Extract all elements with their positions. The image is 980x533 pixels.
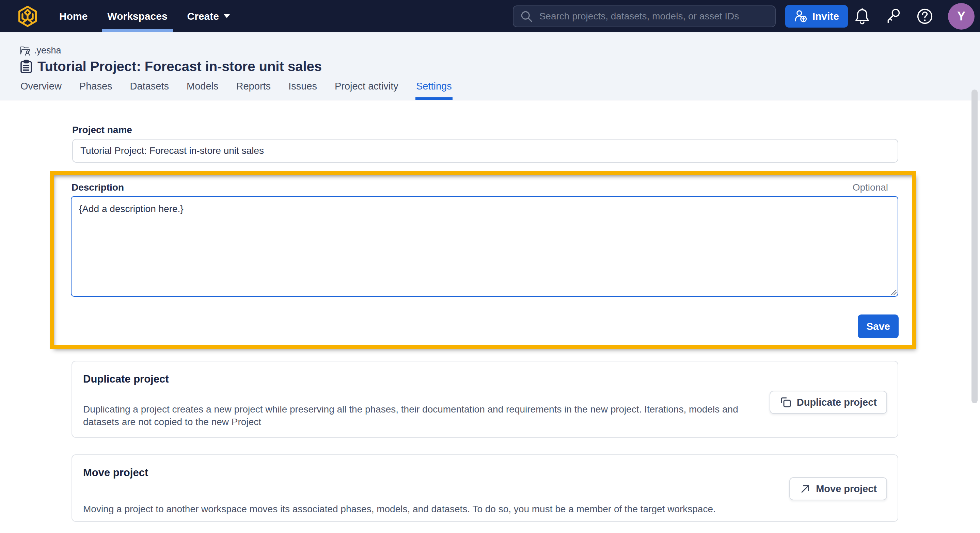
user-avatar[interactable]: Y: [948, 3, 975, 30]
project-name-input[interactable]: [72, 139, 898, 163]
tab-project-activity[interactable]: Project activity: [334, 81, 399, 100]
primary-nav: Home Workspaces Create: [54, 0, 235, 32]
arrow-up-right-icon: [800, 483, 811, 495]
person-add-icon: [794, 10, 808, 23]
nav-workspaces[interactable]: Workspaces: [102, 0, 173, 32]
tab-overview[interactable]: Overview: [20, 81, 62, 100]
move-project-button[interactable]: Move project: [789, 477, 887, 500]
api-key-icon[interactable]: [884, 7, 903, 26]
nav-create[interactable]: Create: [182, 0, 235, 32]
nav-home[interactable]: Home: [54, 0, 93, 32]
project-header: .yesha Tutorial Project: Forecast in-sto…: [0, 32, 980, 100]
duplicate-project-button[interactable]: Duplicate project: [770, 391, 887, 414]
invite-button-label: Invite: [813, 11, 839, 22]
chevron-down-icon: [224, 14, 230, 18]
duplicate-project-button-label: Duplicate project: [797, 397, 877, 408]
app-logo-icon[interactable]: [18, 5, 37, 27]
notifications-bell-icon[interactable]: [853, 7, 872, 26]
description-highlight-box: Description Optional {Add a description …: [50, 171, 916, 349]
tab-models[interactable]: Models: [186, 81, 219, 100]
project-tabs: Overview Phases Datasets Models Reports …: [20, 81, 453, 100]
tab-phases[interactable]: Phases: [79, 81, 113, 100]
nav-home-label: Home: [59, 11, 88, 22]
tab-datasets[interactable]: Datasets: [129, 81, 170, 100]
top-navigation: Home Workspaces Create: [0, 0, 980, 32]
active-nav-underline: [102, 29, 173, 32]
invite-button[interactable]: Invite: [785, 5, 848, 28]
search-icon: [520, 10, 533, 23]
project-title-row: Tutorial Project: Forecast in-store unit…: [20, 59, 322, 74]
move-project-button-label: Move project: [816, 483, 877, 495]
breadcrumb-workspace-name: .yesha: [34, 45, 61, 56]
tab-settings[interactable]: Settings: [415, 81, 453, 100]
duplicate-project-title: Duplicate project: [83, 373, 169, 385]
duplicate-project-description: Duplicating a project creates a new proj…: [83, 403, 749, 428]
help-icon[interactable]: [915, 7, 934, 26]
tab-reports[interactable]: Reports: [235, 81, 272, 100]
project-name-label: Project name: [72, 125, 132, 135]
description-label: Description: [72, 182, 124, 193]
nav-icon-bar: [853, 7, 934, 26]
clipboard-icon: [20, 60, 33, 74]
breadcrumb[interactable]: .yesha: [20, 45, 61, 56]
copy-squares-icon: [780, 396, 792, 408]
user-avatar-initial: Y: [957, 9, 966, 24]
nav-create-label: Create: [187, 11, 219, 22]
folder-user-icon: [20, 46, 31, 56]
nav-workspaces-label: Workspaces: [107, 11, 167, 22]
page-scrollbar-thumb[interactable]: [972, 89, 978, 403]
tab-issues[interactable]: Issues: [288, 81, 318, 100]
page-title: Tutorial Project: Forecast in-store unit…: [37, 59, 322, 74]
global-search: [513, 5, 776, 27]
description-textarea[interactable]: {Add a description here.}: [71, 196, 898, 297]
app-root: Home Workspaces Create: [0, 0, 980, 533]
description-optional-label: Optional: [853, 182, 888, 193]
save-button[interactable]: Save: [858, 314, 899, 338]
search-input[interactable]: [539, 11, 769, 22]
resize-handle-icon[interactable]: [889, 287, 897, 296]
move-project-card: Move project Moving a project to another…: [72, 454, 898, 522]
move-project-description: Moving a project to another workspace mo…: [83, 503, 716, 515]
move-project-title: Move project: [83, 466, 148, 479]
duplicate-project-card: Duplicate project Duplicating a project …: [72, 361, 898, 438]
